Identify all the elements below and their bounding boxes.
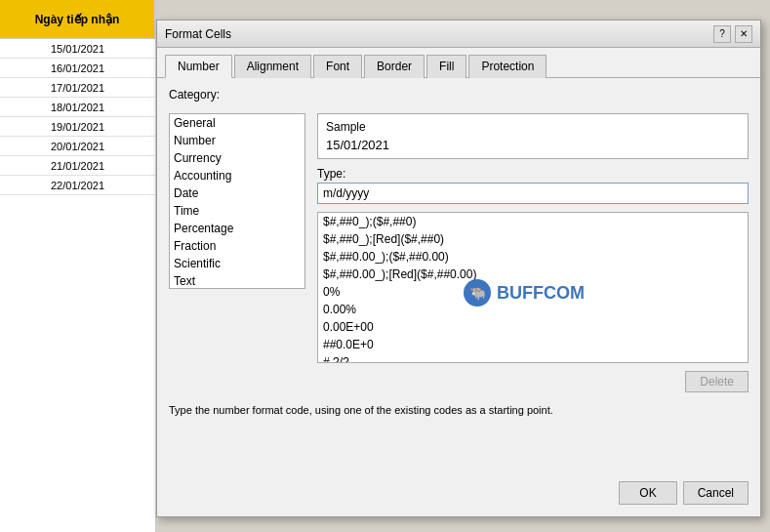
tab-alignment[interactable]: Alignment <box>234 55 311 78</box>
format-cells-dialog: Format Cells ? ✕ NumberAlignmentFontBord… <box>156 20 761 517</box>
category-item-fraction[interactable]: Fraction <box>170 237 304 255</box>
category-list-container: GeneralNumberCurrencyAccountingDateTimeP… <box>169 113 305 392</box>
category-item-number[interactable]: Number <box>170 132 304 149</box>
category-item-currency[interactable]: Currency <box>170 149 304 167</box>
category-item-percentage[interactable]: Percentage <box>170 220 304 237</box>
table-row: 19/01/2021 <box>0 117 155 137</box>
cancel-button[interactable]: Cancel <box>683 481 749 505</box>
watermark: 🐃 BUFFCOM <box>464 279 585 307</box>
tab-protection[interactable]: Protection <box>468 55 547 78</box>
main-content-row: GeneralNumberCurrencyAccountingDateTimeP… <box>169 113 749 392</box>
category-item-date[interactable]: Date <box>170 184 304 202</box>
delete-btn-row: Delete <box>317 371 749 392</box>
tab-fill[interactable]: Fill <box>426 55 466 78</box>
type-label: Type: <box>317 167 749 181</box>
format-item[interactable]: $#,##0.00_);($#,##0.00) <box>318 248 748 266</box>
delete-button[interactable]: Delete <box>685 371 749 392</box>
right-panel: Sample 15/01/2021 Type: $#,##0_);($#,##0… <box>317 113 749 392</box>
column-header-label: Ngày tiếp nhận <box>35 13 120 26</box>
watermark-text: BUFFCOM <box>497 283 585 304</box>
category-label: Category: <box>169 88 749 102</box>
hint-text: Type the number format code, using one o… <box>169 404 749 416</box>
dialog-body: Category: GeneralNumberCurrencyAccountin… <box>157 78 760 426</box>
table-row: 17/01/2021 <box>0 78 155 98</box>
sample-box: Sample 15/01/2021 <box>317 113 749 159</box>
type-section: Type: <box>317 167 749 204</box>
sample-label: Sample <box>326 120 740 134</box>
close-button[interactable]: ✕ <box>735 25 752 43</box>
spreadsheet-rows: 15/01/202116/01/202117/01/202118/01/2021… <box>0 39 155 195</box>
spreadsheet-header: Ngày tiếp nhận <box>0 0 155 39</box>
category-item-text[interactable]: Text <box>170 272 304 289</box>
tab-font[interactable]: Font <box>313 55 362 78</box>
table-row: 18/01/2021 <box>0 98 155 117</box>
table-row: 22/01/2021 <box>0 176 155 195</box>
tab-number[interactable]: Number <box>165 55 232 78</box>
category-listbox[interactable]: GeneralNumberCurrencyAccountingDateTimeP… <box>169 113 305 289</box>
table-row: 15/01/2021 <box>0 39 155 59</box>
format-item[interactable]: $#,##0_);($#,##0) <box>318 213 748 230</box>
format-item[interactable]: ##0.0E+0 <box>318 336 748 353</box>
format-item[interactable]: 0.00E+00 <box>318 318 748 336</box>
table-row: 21/01/2021 <box>0 156 155 176</box>
help-button[interactable]: ? <box>713 25 731 43</box>
type-input[interactable] <box>317 183 749 204</box>
sample-value: 15/01/2021 <box>326 138 740 152</box>
table-row: 20/01/2021 <box>0 137 155 156</box>
category-item-time[interactable]: Time <box>170 202 304 220</box>
format-item[interactable]: $#,##0_);[Red]($#,##0) <box>318 230 748 248</box>
watermark-logo: 🐃 <box>464 279 491 307</box>
spreadsheet-panel: Ngày tiếp nhận 15/01/202116/01/202117/01… <box>0 0 156 532</box>
tab-border[interactable]: Border <box>364 55 425 78</box>
dialog-titlebar: Format Cells ? ✕ <box>157 20 760 48</box>
category-item-general[interactable]: General <box>170 114 304 132</box>
tabs-bar: NumberAlignmentFontBorderFillProtection <box>157 48 760 78</box>
help-icon: ? <box>719 28 725 39</box>
dialog-title: Format Cells <box>165 27 231 41</box>
ok-button[interactable]: OK <box>619 481 676 505</box>
format-item[interactable]: # ?/? <box>318 353 748 363</box>
category-item-scientific[interactable]: Scientific <box>170 255 304 272</box>
table-row: 16/01/2021 <box>0 59 155 78</box>
dialog-footer: OK Cancel <box>619 481 749 505</box>
category-item-accounting[interactable]: Accounting <box>170 167 304 184</box>
dialog-controls: ? ✕ <box>713 25 752 43</box>
close-icon: ✕ <box>740 28 748 39</box>
